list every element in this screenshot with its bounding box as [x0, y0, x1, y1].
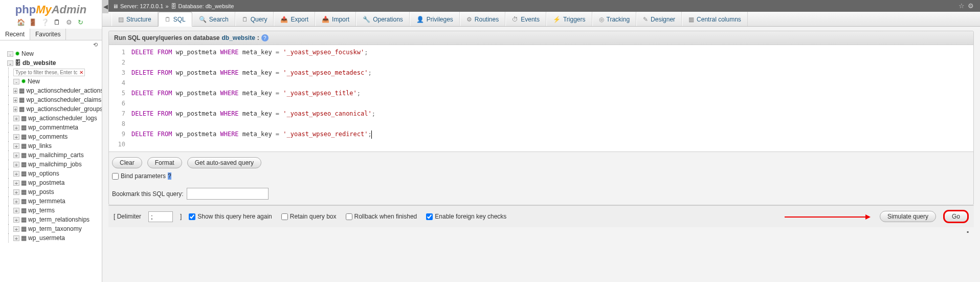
retain-check[interactable]: Retain query box [281, 213, 337, 220]
new-database[interactable]: -✹New [1, 49, 101, 58]
show-again-check[interactable]: Show this query here again [189, 213, 272, 220]
collapse-sidebar-icon[interactable]: ◀ [102, 0, 108, 13]
tab-search[interactable]: 🔍Search [192, 12, 235, 26]
fk-check[interactable]: Enable foreign key checks [426, 213, 506, 220]
table-icon: ▦ [21, 197, 27, 205]
expand-icon[interactable]: + [13, 97, 17, 103]
favorites-tab[interactable]: Favorites [30, 29, 66, 40]
tab-tracking[interactable]: ◎Tracking [592, 12, 637, 26]
table-node[interactable]: +▦wp_mailchimp_jobs [1, 160, 101, 169]
table-node[interactable]: +▦wp_actionscheduler_groups [1, 104, 101, 114]
tree-filter[interactable] [13, 69, 85, 76]
tab-operations[interactable]: 🔧Operations [356, 12, 410, 26]
gear-icon[interactable]: ⚙ [968, 2, 974, 10]
breadcrumb-server[interactable]: Server: 127.0.0.1 [120, 3, 163, 9]
help-icon[interactable]: ? [168, 172, 171, 180]
table-node[interactable]: +▦wp_links [1, 141, 101, 150]
bookmark-input[interactable] [187, 188, 269, 200]
autosaved-button[interactable]: Get auto-saved query [187, 157, 261, 168]
sidebar: phpMyAdmin 🏠 🚪 ❔ 🗒 ⚙ ↻ Recent Favorites … [0, 0, 102, 282]
settings-icon[interactable]: ⚙ [65, 18, 73, 27]
expand-icon[interactable]: + [13, 162, 19, 167]
tab-sql[interactable]: 🗒SQL [158, 12, 192, 27]
tab-label: Export [291, 16, 308, 23]
tab-query[interactable]: 🗒Query [235, 12, 274, 26]
panel-db-link[interactable]: db_website [222, 34, 255, 41]
bind-params-check[interactable]: Bind parameters [112, 172, 166, 180]
table-icon: ▦ [19, 86, 25, 95]
tab-label: Routines [475, 16, 499, 23]
table-icon: ▦ [21, 151, 27, 159]
expand-icon[interactable]: + [13, 180, 19, 186]
table-node[interactable]: +▦wp_term_taxonomy [1, 224, 101, 233]
tab-export[interactable]: 📤Export [274, 12, 315, 26]
table-node[interactable]: +▦wp_options [1, 169, 101, 178]
clear-button[interactable]: Clear [112, 157, 142, 168]
sql-panel: Run SQL query/queries on database db_web… [108, 31, 974, 205]
tab-events[interactable]: ⏱Events [505, 12, 546, 26]
breadcrumb-database[interactable]: Database: db_website [179, 3, 234, 9]
table-node[interactable]: +▦wp_usermeta [1, 233, 101, 243]
table-node[interactable]: +▦wp_commentmeta [1, 123, 101, 132]
table-node[interactable]: +▦wp_actionscheduler_logs [1, 114, 101, 123]
expand-icon[interactable]: + [13, 208, 19, 213]
database-node[interactable]: -🗄db_website [1, 58, 101, 68]
docs-icon[interactable]: ❔ [41, 18, 49, 27]
expand-icon[interactable]: + [13, 153, 19, 158]
format-button[interactable]: Format [147, 157, 182, 168]
table-label: wp_mailchimp_jobs [28, 160, 82, 168]
sql-icon[interactable]: 🗒 [53, 18, 61, 27]
tab-label: Events [521, 16, 540, 23]
table-node[interactable]: +▦wp_comments [1, 132, 101, 141]
simulate-button[interactable]: Simulate query [880, 211, 936, 222]
table-node[interactable]: +▦wp_terms [1, 206, 101, 215]
help-icon[interactable]: ? [261, 34, 269, 41]
rollback-check[interactable]: Rollback when finished [346, 213, 417, 220]
star-icon[interactable]: ☆ [959, 2, 965, 10]
expand-icon[interactable]: + [13, 171, 19, 177]
tab-privileges[interactable]: 👤Privileges [410, 12, 460, 26]
expand-icon[interactable]: + [13, 199, 19, 204]
recent-tab[interactable]: Recent [0, 29, 30, 40]
filter-clear-icon[interactable]: ✕ [79, 69, 83, 77]
expand-icon[interactable]: + [13, 134, 19, 140]
expand-icon[interactable]: + [13, 189, 19, 195]
expand-icon[interactable]: + [13, 226, 19, 232]
table-node[interactable]: +▦wp_posts [1, 187, 101, 197]
collapse-icon[interactable]: ⟲ [93, 41, 98, 48]
tab-import[interactable]: 📥Import [315, 12, 356, 26]
reload-icon[interactable]: ↻ [77, 18, 85, 27]
tab-structure[interactable]: ▤Structure [112, 12, 158, 26]
expand-icon[interactable]: + [13, 116, 19, 121]
table-node[interactable]: +▦wp_actionscheduler_actions [1, 86, 101, 95]
privileges-icon: 👤 [416, 16, 424, 23]
expand-icon[interactable]: + [13, 235, 19, 241]
expand-icon[interactable]: + [13, 88, 17, 94]
table-node[interactable]: +▦wp_termmeta [1, 197, 101, 206]
table-node[interactable]: +▦wp_mailchimp_carts [1, 150, 101, 160]
new-table[interactable]: -✹New [1, 77, 101, 86]
sql-editor[interactable]: 12345678910 DELETE FROM wp_postmeta WHER… [109, 45, 973, 152]
tab-designer[interactable]: ✎Designer [636, 12, 682, 26]
expand-icon[interactable]: + [13, 217, 19, 223]
delimiter-input[interactable] [148, 211, 173, 222]
tab-label: Import [332, 16, 349, 23]
logo[interactable]: phpMyAdmin [0, 0, 102, 17]
table-label: wp_posts [28, 188, 54, 196]
table-icon: ▦ [19, 96, 25, 104]
table-node[interactable]: +▦wp_actionscheduler_claims [1, 95, 101, 104]
console-toggle-icon[interactable]: ▪ [967, 228, 969, 235]
expand-icon[interactable]: + [13, 143, 19, 149]
tab-central-columns[interactable]: ▦Central columns [682, 12, 748, 26]
go-button[interactable]: Go [943, 210, 969, 223]
home-icon[interactable]: 🏠 [17, 18, 25, 27]
table-node[interactable]: +▦wp_postmeta [1, 178, 101, 187]
tab-routines[interactable]: ⚙Routines [460, 12, 505, 26]
logout-icon[interactable]: 🚪 [29, 18, 37, 27]
tab-triggers[interactable]: ⚡Triggers [546, 12, 592, 26]
sql-code[interactable]: DELETE FROM wp_postmeta WHERE meta_key =… [128, 47, 973, 149]
expand-icon[interactable]: + [13, 125, 19, 131]
central columns-icon: ▦ [688, 16, 694, 23]
expand-icon[interactable]: + [13, 106, 17, 112]
table-node[interactable]: +▦wp_term_relationships [1, 215, 101, 224]
